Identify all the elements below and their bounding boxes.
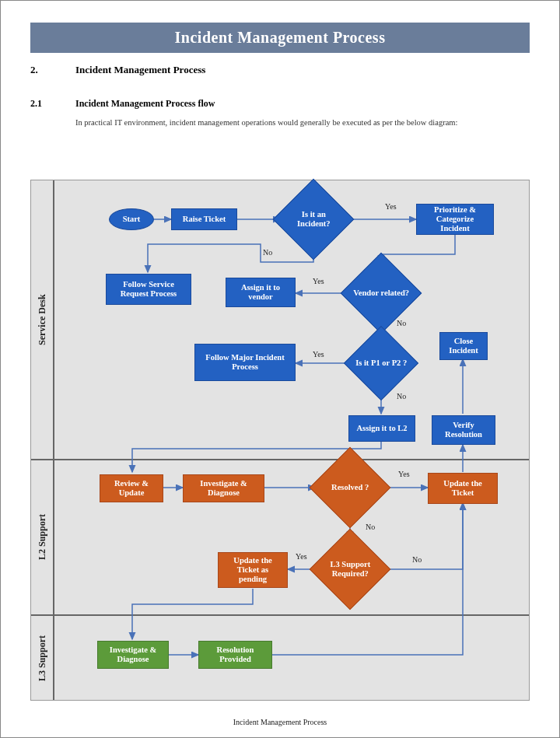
- label-yes: Yes: [398, 470, 410, 478]
- node-update-pending: Update the Ticket as pending: [218, 552, 288, 588]
- section-number: 2.: [30, 64, 75, 76]
- label-yes: Yes: [313, 350, 324, 359]
- label-yes: Yes: [296, 552, 307, 561]
- label-no: No: [412, 555, 422, 564]
- node-follow-major: Follow Major Incident Process: [194, 344, 296, 381]
- node-investigate-l2: Investigate & Diagnose: [183, 474, 264, 502]
- flowchart-diagram: Service Desk L2 Support L3 Support: [30, 180, 530, 701]
- node-review-update: Review & Update: [100, 474, 163, 502]
- node-close-incident: Close Incident: [439, 332, 488, 360]
- subsection-number: 2.1: [30, 98, 75, 110]
- page-footer: Incident Management Process: [1, 718, 559, 726]
- node-update-ticket: Update the Ticket: [428, 473, 498, 504]
- node-p1-p2: Is it P1 or P2 ?: [355, 359, 407, 368]
- node-l3-required: L3 Support Required?: [322, 560, 378, 578]
- label-no: No: [366, 523, 375, 531]
- intro-text: In practical IT environment, incident ma…: [75, 117, 530, 129]
- lane-l2-support: L2 Support: [31, 459, 53, 614]
- node-verify-resolution: Verify Resolution: [432, 415, 495, 445]
- node-follow-sr: Follow Service Request Process: [106, 274, 191, 305]
- page-banner: Incident Management Process: [30, 23, 530, 53]
- label-yes: Yes: [313, 277, 324, 285]
- lane-l3-support: L3 Support: [31, 614, 53, 701]
- node-assign-vendor: Assign it to vendor: [226, 278, 296, 307]
- label-no: No: [263, 248, 272, 257]
- section-title: Incident Management Process: [75, 64, 205, 76]
- label-yes: Yes: [385, 202, 397, 211]
- label-no: No: [397, 392, 406, 400]
- node-resolution-provided: Resolution Provided: [198, 641, 272, 669]
- node-prioritize: Prioritize & Categorize Incident: [416, 204, 494, 235]
- node-investigate-l3: Investigate & Diagnose: [97, 641, 169, 669]
- node-raise-ticket: Raise Ticket: [171, 208, 237, 230]
- node-vendor-related: Vendor related?: [353, 289, 409, 298]
- node-assign-l2: Assign it to L2: [348, 415, 415, 442]
- label-no: No: [397, 319, 406, 327]
- node-is-incident: Is it an Incident?: [285, 210, 341, 228]
- lane-service-desk: Service Desk: [31, 180, 53, 459]
- node-resolved: Resolved ?: [322, 483, 378, 492]
- subsection-title: Incident Management Process flow: [75, 98, 215, 110]
- node-start: Start: [109, 208, 154, 230]
